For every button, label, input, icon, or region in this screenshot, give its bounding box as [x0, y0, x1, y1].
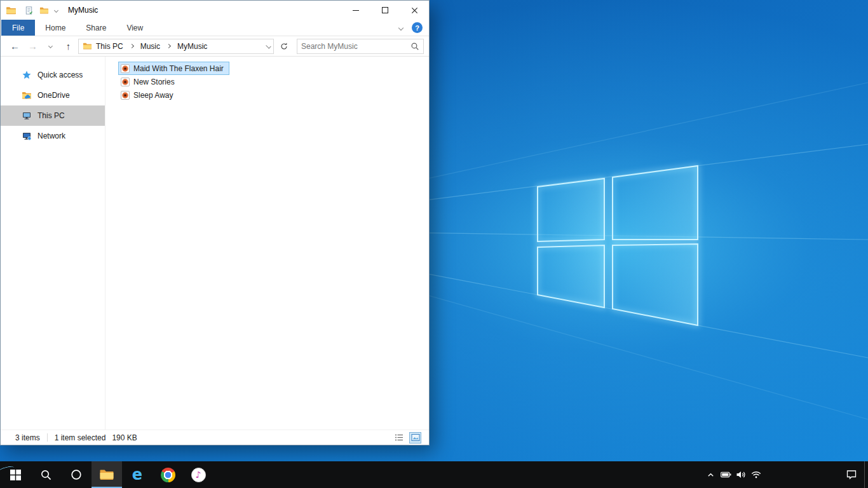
internet-explorer-icon: e	[132, 467, 142, 482]
explorer-window: MyMusic File Home Share View ? ← → ↑	[0, 0, 430, 445]
large-icons-view-icon	[411, 433, 420, 442]
taskbar-file-explorer-button[interactable]	[92, 461, 122, 488]
up-button[interactable]: ↑	[60, 38, 76, 55]
cortana-button[interactable]	[61, 461, 92, 488]
itunes-icon: ♪	[191, 468, 206, 482]
breadcrumb-music[interactable]: Music	[140, 42, 160, 51]
breadcrumb-separator-icon[interactable]	[166, 44, 171, 48]
breadcrumb-separator-icon[interactable]	[130, 44, 134, 48]
chrome-icon	[161, 468, 175, 482]
new-folder-icon[interactable]	[39, 6, 49, 15]
action-center-icon	[846, 470, 857, 480]
sidebar-item-network[interactable]: Network	[1, 126, 105, 146]
music-file-icon	[120, 64, 130, 74]
search-input[interactable]	[297, 42, 410, 51]
file-item-new-stories[interactable]: New Stories	[118, 75, 180, 88]
address-folder-icon	[83, 41, 92, 51]
battery-tray-button[interactable]	[718, 461, 733, 488]
close-icon	[411, 7, 418, 14]
taskbar-search-button[interactable]	[31, 461, 61, 488]
tab-share[interactable]: Share	[76, 20, 116, 36]
file-explorer-icon	[99, 467, 114, 482]
back-button[interactable]: ←	[7, 38, 23, 55]
music-file-icon	[120, 77, 130, 87]
window-title: MyMusic	[68, 6, 98, 15]
quick-access-toolbar	[24, 6, 58, 15]
file-list: Maid With The Flaxen Hair New Stories Sl…	[105, 57, 429, 430]
taskbar-internet-explorer-button[interactable]: e	[122, 461, 153, 488]
items-count: 3 items	[15, 433, 40, 442]
expand-ribbon-chevron-icon[interactable]	[398, 25, 403, 30]
search-icon[interactable]	[410, 42, 419, 51]
refresh-icon	[280, 42, 288, 51]
network-icon	[22, 131, 32, 141]
file-name: New Stories	[133, 78, 175, 86]
music-note-icon: ♪	[196, 470, 201, 480]
details-view-button[interactable]	[393, 432, 405, 444]
desktop: MyMusic File Home Share View ? ← → ↑	[0, 0, 868, 488]
music-file-icon	[120, 90, 130, 100]
navigation-toolbar: ← → ↑ This PC Music MyMusic	[1, 36, 429, 57]
sidebar-item-label: This PC	[37, 111, 65, 120]
sidebar-item-quick-access[interactable]: Quick access	[1, 65, 105, 85]
taskbar-chrome-button[interactable]	[153, 461, 183, 488]
address-dropdown-caret-icon[interactable]	[266, 43, 271, 48]
customize-qat-caret-icon[interactable]	[54, 8, 58, 12]
volume-icon	[736, 470, 746, 479]
action-center-button[interactable]	[839, 461, 864, 488]
system-tray	[703, 461, 868, 488]
file-name: Sleep Away	[133, 91, 173, 100]
chevron-down-icon	[48, 44, 53, 48]
onedrive-folder-icon	[22, 90, 32, 100]
computer-icon	[22, 111, 32, 121]
close-button[interactable]	[400, 1, 429, 20]
sidebar-item-onedrive[interactable]: OneDrive	[1, 85, 105, 105]
cortana-icon	[71, 469, 82, 480]
minimize-icon	[353, 10, 359, 11]
search-icon	[40, 469, 52, 481]
volume-tray-button[interactable]	[733, 461, 749, 488]
minimize-button[interactable]	[341, 1, 370, 20]
status-bar: 3 items 1 item selected 190 KB	[1, 430, 429, 445]
hidden-icons-button[interactable]	[703, 461, 718, 488]
maximize-icon	[382, 7, 388, 13]
wifi-icon	[751, 471, 761, 478]
explorer-window-icon[interactable]	[6, 5, 17, 16]
selection-count: 1 item selected	[55, 433, 106, 442]
start-button[interactable]	[0, 461, 31, 488]
ribbon-tab-bar: File Home Share View ?	[1, 20, 429, 36]
selection-size: 190 KB	[112, 433, 137, 442]
network-tray-button[interactable]	[749, 461, 764, 488]
recent-locations-caret[interactable]	[43, 38, 58, 55]
large-icons-view-button[interactable]	[409, 432, 421, 444]
navigation-pane: Quick access OneDrive This PC Network	[1, 57, 105, 430]
help-button[interactable]: ?	[412, 22, 423, 33]
taskbar: e ♪	[0, 461, 868, 488]
breadcrumb-this-pc[interactable]: This PC	[96, 42, 123, 51]
sidebar-item-label: OneDrive	[37, 91, 70, 100]
status-separator	[47, 433, 48, 442]
address-bar[interactable]: This PC Music MyMusic	[78, 39, 274, 54]
ribbon-right-controls: ?	[399, 20, 429, 36]
tab-home[interactable]: Home	[35, 20, 76, 36]
window-body: Quick access OneDrive This PC Network	[1, 57, 429, 430]
caption-buttons	[341, 1, 429, 20]
maximize-button[interactable]	[370, 1, 400, 20]
battery-icon	[721, 471, 731, 478]
file-item-sleep-away[interactable]: Sleep Away	[118, 88, 179, 102]
sidebar-item-this-pc[interactable]: This PC	[1, 105, 105, 126]
show-desktop-button[interactable]	[864, 461, 868, 488]
star-icon	[22, 70, 32, 80]
file-name: Maid With The Flaxen Hair	[133, 64, 224, 73]
search-box	[297, 39, 424, 54]
titlebar[interactable]: MyMusic	[1, 1, 429, 20]
properties-icon[interactable]	[24, 6, 34, 15]
taskbar-itunes-button[interactable]: ♪	[183, 461, 214, 488]
refresh-button[interactable]	[276, 39, 292, 54]
forward-button[interactable]: →	[25, 38, 41, 55]
file-item-maid-with-the-flaxen-hair[interactable]: Maid With The Flaxen Hair	[118, 62, 229, 75]
sidebar-item-label: Network	[37, 132, 65, 140]
tab-view[interactable]: View	[116, 20, 153, 36]
tab-file[interactable]: File	[1, 20, 35, 36]
breadcrumb-mymusic[interactable]: MyMusic	[177, 42, 207, 51]
